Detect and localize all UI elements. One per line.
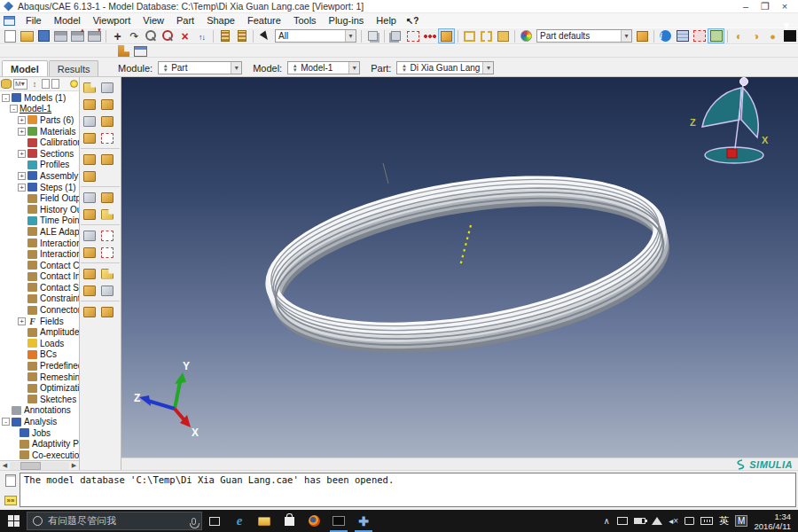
export-part-tool-button[interactable] — [98, 304, 116, 319]
circle-front-icon[interactable] — [732, 29, 747, 43]
menu-part[interactable]: Part — [170, 15, 200, 26]
box-wireframe-icon[interactable] — [462, 29, 477, 43]
print-down-icon[interactable] — [87, 29, 102, 43]
tree-expander-icon[interactable]: + — [18, 172, 26, 180]
color-cube-tool-button[interactable] — [81, 207, 98, 222]
save-file-icon[interactable] — [36, 29, 51, 43]
menu-feature[interactable]: Feature — [241, 15, 287, 26]
menu-view[interactable]: View — [137, 15, 170, 26]
taskbar-store-button[interactable] — [277, 510, 301, 532]
tree-item-analysis[interactable]: -Analysis — [0, 416, 79, 427]
zoom-region-icon[interactable] — [160, 29, 176, 43]
ruler-b-icon[interactable] — [234, 29, 249, 43]
info-icon[interactable] — [658, 29, 673, 43]
rotate-view-icon[interactable] — [127, 29, 142, 43]
tree-spin-icon[interactable] — [29, 79, 40, 90]
print-up-icon[interactable] — [70, 29, 85, 43]
taskbar-firefox-button[interactable] — [301, 510, 326, 532]
taskbar-task-view-button[interactable] — [202, 510, 227, 532]
taskbar-terminal-window-button[interactable] — [326, 510, 351, 532]
open-file-icon[interactable] — [20, 29, 35, 43]
tree-expander-icon[interactable]: - — [2, 418, 10, 426]
tree-expander-icon[interactable]: + — [18, 116, 26, 124]
wifi-icon[interactable] — [652, 517, 662, 525]
tree-expander-icon[interactable]: + — [18, 317, 26, 325]
magnify-view-icon[interactable] — [144, 29, 159, 43]
tree-item-sections[interactable]: +Sections — [0, 148, 79, 160]
menu-tools[interactable]: Tools — [287, 15, 323, 26]
menu-model[interactable]: Model — [48, 15, 87, 26]
boolean-cube-tool-button[interactable] — [81, 304, 98, 319]
tree-item-remeshing-rules[interactable]: +Remeshing Rules — [0, 372, 79, 383]
restore-button[interactable]: ❐ — [755, 0, 775, 12]
scroll-left-icon[interactable]: ◀ — [0, 462, 10, 469]
partition-plane-tool-button[interactable] — [81, 113, 98, 129]
cursor-select-icon[interactable] — [257, 29, 272, 43]
tree-item-loads[interactable]: +Loads — [0, 338, 79, 349]
tree-item-history-output-requests[interactable]: +History Output Requests — [0, 204, 79, 215]
part-select[interactable]: ▲▼Di Xia Guan Lang▾ — [396, 61, 494, 74]
stamp-edit-tool-button[interactable] — [81, 168, 98, 184]
action-center-icon[interactable] — [685, 517, 694, 525]
lightbulb-icon[interactable] — [70, 80, 78, 88]
solid-box-tool-button[interactable] — [98, 113, 116, 129]
part-create-icon[interactable] — [116, 44, 131, 58]
color-code-select[interactable]: Part defaults▾ — [536, 29, 632, 43]
tab-results[interactable]: Results — [49, 60, 99, 76]
tree-expander-icon[interactable]: + — [18, 150, 26, 158]
part-manager-icon[interactable] — [133, 44, 148, 58]
cast-icon[interactable] — [617, 517, 628, 525]
tree-page-a-icon[interactable] — [42, 79, 50, 89]
ime-m-icon[interactable]: M — [735, 515, 747, 527]
tree-expander-icon[interactable]: - — [2, 94, 10, 102]
box-shaded-icon[interactable] — [496, 29, 511, 43]
message-log-icon[interactable] — [5, 474, 16, 487]
message-box[interactable]: The model database 'C:\Temp\Di Xia Guan … — [20, 473, 796, 507]
cube-dropdown-icon[interactable] — [635, 29, 650, 43]
stamp-solid-tool-button[interactable] — [81, 152, 98, 167]
attach-points-icon[interactable] — [422, 29, 437, 43]
xyz-point-tool-button[interactable] — [81, 228, 98, 243]
tree-expander-icon[interactable]: + — [18, 184, 26, 192]
tree-item-co-executions[interactable]: +Co-executions — [0, 450, 79, 460]
dashed-cube-icon[interactable] — [692, 29, 707, 43]
copy-shapes-tool-button[interactable] — [81, 266, 98, 281]
mesh-cube-icon[interactable] — [675, 29, 690, 43]
shade-cube-icon[interactable] — [439, 29, 454, 43]
menu-help[interactable]: Help — [370, 15, 403, 26]
tree-expander-icon[interactable]: + — [18, 128, 26, 136]
circle-back-icon[interactable] — [748, 29, 763, 43]
scroll-thumb[interactable] — [20, 462, 41, 470]
circle-both-icon[interactable] — [765, 29, 780, 43]
tree-item-constraints[interactable]: +Constraints — [0, 293, 79, 305]
tree-item-model-1[interactable]: -Model-1 — [0, 104, 79, 115]
volume-muted-icon[interactable]: ◂× — [669, 516, 678, 526]
tree-item-contact-stabilizations[interactable]: +Contact Stabilizations — [0, 282, 79, 293]
start-button[interactable] — [0, 510, 27, 532]
tree-item-contact-initializations[interactable]: +Contact Initializations — [0, 271, 79, 283]
cycle-views-icon[interactable] — [194, 29, 209, 43]
box-hiddenline-icon[interactable] — [479, 29, 494, 43]
taskbar-file-explorer-button[interactable] — [252, 510, 277, 532]
touch-keyboard-icon[interactable] — [700, 517, 713, 525]
trim-tool-tool-button[interactable] — [98, 207, 116, 222]
axis-vertical-tool-button[interactable] — [98, 245, 116, 260]
kernel-prompt-icon[interactable]: »» — [4, 496, 17, 505]
tree-item-ale-adaptive-mesh-constraints[interactable]: +ALE Adaptive Mesh Constraints — [0, 226, 79, 238]
tree-item-contact-controls[interactable]: +Contact Controls — [0, 260, 79, 271]
print-icon[interactable] — [53, 29, 68, 43]
part-manager-dialog-tool-button[interactable] — [98, 80, 116, 95]
tree-item-steps-1[interactable]: +Steps (1) — [0, 182, 79, 193]
viewport-canvas[interactable]: Y Z X Y Z X — [121, 77, 798, 458]
group-stack-icon[interactable] — [388, 29, 403, 43]
edit-note-tool-button[interactable] — [81, 283, 98, 298]
tree-item-models-1[interactable]: -Models (1) — [0, 92, 79, 104]
module-select[interactable]: ▲▼Part▾ — [158, 61, 242, 74]
round-cube-tool-button[interactable] — [81, 130, 98, 145]
tree-item-optimization-tasks[interactable]: +Optimization Tasks — [0, 382, 79, 394]
measure-tool-tool-button[interactable] — [81, 190, 98, 205]
tree-item-connector-sections[interactable]: +Connector Sections — [0, 304, 79, 316]
new-file-icon[interactable] — [3, 29, 18, 43]
tree-item-amplitudes[interactable]: +Amplitudes — [0, 326, 79, 338]
dashed-region-icon[interactable] — [405, 29, 420, 43]
